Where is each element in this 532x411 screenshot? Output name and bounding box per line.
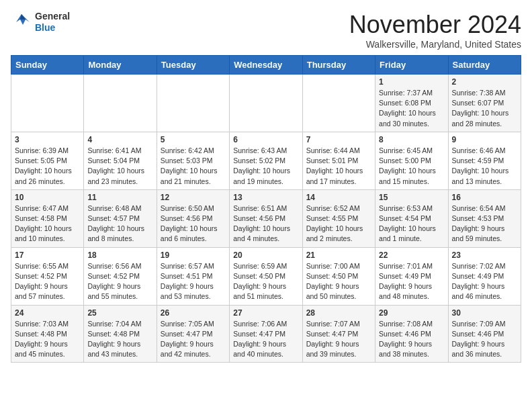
day-info: Sunrise: 7:38 AM Sunset: 6:07 PM Dayligh… [452, 88, 517, 129]
calendar-cell: 12Sunrise: 6:50 AM Sunset: 4:56 PM Dayli… [157, 189, 229, 247]
calendar-cell: 17Sunrise: 6:55 AM Sunset: 4:52 PM Dayli… [11, 247, 84, 305]
day-number: 28 [306, 308, 371, 318]
day-number: 13 [233, 193, 298, 202]
calendar-week-row: 3Sunrise: 6:39 AM Sunset: 5:05 PM Daylig… [11, 132, 521, 189]
day-info: Sunrise: 7:37 AM Sunset: 6:08 PM Dayligh… [379, 88, 444, 129]
day-info: Sunrise: 7:08 AM Sunset: 4:46 PM Dayligh… [379, 319, 444, 360]
day-number: 30 [452, 308, 517, 318]
day-info: Sunrise: 7:00 AM Sunset: 4:50 PM Dayligh… [306, 261, 371, 302]
day-number: 19 [161, 250, 226, 260]
column-header-thursday: Thursday [302, 56, 375, 75]
day-number: 6 [233, 135, 298, 144]
column-header-friday: Friday [375, 56, 448, 75]
column-header-monday: Monday [84, 56, 157, 75]
day-info: Sunrise: 7:05 AM Sunset: 4:47 PM Dayligh… [161, 319, 226, 360]
day-info: Sunrise: 6:53 AM Sunset: 4:54 PM Dayligh… [379, 203, 444, 244]
day-info: Sunrise: 7:09 AM Sunset: 4:46 PM Dayligh… [452, 319, 517, 360]
day-number: 22 [379, 250, 444, 260]
day-number: 20 [233, 250, 298, 260]
day-number: 9 [452, 135, 517, 144]
day-info: Sunrise: 6:48 AM Sunset: 4:57 PM Dayligh… [87, 203, 152, 244]
calendar-week-row: 10Sunrise: 6:47 AM Sunset: 4:58 PM Dayli… [11, 189, 521, 247]
day-number: 18 [87, 250, 152, 260]
calendar-cell: 30Sunrise: 7:09 AM Sunset: 4:46 PM Dayli… [448, 305, 521, 363]
calendar-table: SundayMondayTuesdayWednesdayThursdayFrid… [11, 55, 521, 363]
day-info: Sunrise: 7:06 AM Sunset: 4:47 PM Dayligh… [233, 319, 298, 360]
day-info: Sunrise: 7:02 AM Sunset: 4:49 PM Dayligh… [452, 261, 517, 302]
day-info: Sunrise: 6:59 AM Sunset: 4:50 PM Dayligh… [233, 261, 298, 302]
day-info: Sunrise: 6:55 AM Sunset: 4:52 PM Dayligh… [15, 261, 80, 302]
logo-bird-icon [11, 13, 32, 32]
day-number: 26 [161, 308, 226, 318]
calendar-cell [302, 75, 375, 132]
day-info: Sunrise: 6:52 AM Sunset: 4:55 PM Dayligh… [306, 203, 371, 244]
calendar-cell: 27Sunrise: 7:06 AM Sunset: 4:47 PM Dayli… [230, 305, 302, 363]
calendar-cell: 25Sunrise: 7:04 AM Sunset: 4:48 PM Dayli… [84, 305, 157, 363]
day-info: Sunrise: 7:04 AM Sunset: 4:48 PM Dayligh… [87, 319, 152, 360]
logo-text: General Blue [35, 11, 70, 34]
calendar-cell: 8Sunrise: 6:45 AM Sunset: 5:00 PM Daylig… [375, 132, 448, 189]
day-number: 15 [379, 193, 444, 202]
calendar-week-row: 24Sunrise: 7:03 AM Sunset: 4:48 PM Dayli… [11, 305, 521, 363]
calendar-cell: 13Sunrise: 6:51 AM Sunset: 4:56 PM Dayli… [230, 189, 302, 247]
day-number: 16 [452, 193, 517, 202]
page-header: General Blue November 2024 Walkersville,… [11, 11, 521, 50]
calendar-header-row: SundayMondayTuesdayWednesdayThursdayFrid… [11, 56, 521, 75]
calendar-cell: 16Sunrise: 6:54 AM Sunset: 4:53 PM Dayli… [448, 189, 521, 247]
day-info: Sunrise: 6:51 AM Sunset: 4:56 PM Dayligh… [233, 203, 298, 244]
calendar-week-row: 17Sunrise: 6:55 AM Sunset: 4:52 PM Dayli… [11, 247, 521, 305]
calendar-cell [84, 75, 157, 132]
calendar-cell: 11Sunrise: 6:48 AM Sunset: 4:57 PM Dayli… [84, 189, 157, 247]
day-number: 2 [452, 77, 517, 87]
day-info: Sunrise: 6:45 AM Sunset: 5:00 PM Dayligh… [379, 146, 444, 187]
day-number: 27 [233, 308, 298, 318]
calendar-cell: 10Sunrise: 6:47 AM Sunset: 4:58 PM Dayli… [11, 189, 84, 247]
calendar-cell [11, 75, 84, 132]
calendar-cell: 5Sunrise: 6:42 AM Sunset: 5:03 PM Daylig… [157, 132, 229, 189]
calendar-cell: 26Sunrise: 7:05 AM Sunset: 4:47 PM Dayli… [157, 305, 229, 363]
day-info: Sunrise: 6:41 AM Sunset: 5:04 PM Dayligh… [87, 146, 152, 187]
day-number: 1 [379, 77, 444, 87]
day-info: Sunrise: 6:54 AM Sunset: 4:53 PM Dayligh… [452, 203, 517, 244]
logo: General Blue [11, 11, 70, 34]
day-info: Sunrise: 6:50 AM Sunset: 4:56 PM Dayligh… [161, 203, 226, 244]
day-number: 24 [15, 308, 80, 318]
column-header-wednesday: Wednesday [230, 56, 302, 75]
day-number: 10 [15, 193, 80, 202]
day-info: Sunrise: 6:56 AM Sunset: 4:52 PM Dayligh… [87, 261, 152, 302]
day-number: 3 [15, 135, 80, 144]
calendar-cell: 9Sunrise: 6:46 AM Sunset: 4:59 PM Daylig… [448, 132, 521, 189]
calendar-cell: 28Sunrise: 7:07 AM Sunset: 4:47 PM Dayli… [302, 305, 375, 363]
day-info: Sunrise: 6:39 AM Sunset: 5:05 PM Dayligh… [15, 146, 80, 187]
calendar-cell: 20Sunrise: 6:59 AM Sunset: 4:50 PM Dayli… [230, 247, 302, 305]
day-number: 25 [87, 308, 152, 318]
calendar-cell: 21Sunrise: 7:00 AM Sunset: 4:50 PM Dayli… [302, 247, 375, 305]
calendar-cell: 6Sunrise: 6:43 AM Sunset: 5:02 PM Daylig… [230, 132, 302, 189]
day-number: 21 [306, 250, 371, 260]
calendar-cell: 15Sunrise: 6:53 AM Sunset: 4:54 PM Dayli… [375, 189, 448, 247]
location-subtitle: Walkersville, Maryland, United States [349, 39, 521, 50]
column-header-tuesday: Tuesday [157, 56, 229, 75]
day-info: Sunrise: 6:42 AM Sunset: 5:03 PM Dayligh… [161, 146, 226, 187]
day-number: 7 [306, 135, 371, 144]
calendar-cell: 7Sunrise: 6:44 AM Sunset: 5:01 PM Daylig… [302, 132, 375, 189]
day-info: Sunrise: 7:03 AM Sunset: 4:48 PM Dayligh… [15, 319, 80, 360]
calendar-cell: 3Sunrise: 6:39 AM Sunset: 5:05 PM Daylig… [11, 132, 84, 189]
calendar-cell: 18Sunrise: 6:56 AM Sunset: 4:52 PM Dayli… [84, 247, 157, 305]
calendar-cell: 14Sunrise: 6:52 AM Sunset: 4:55 PM Dayli… [302, 189, 375, 247]
calendar-cell: 23Sunrise: 7:02 AM Sunset: 4:49 PM Dayli… [448, 247, 521, 305]
day-info: Sunrise: 6:46 AM Sunset: 4:59 PM Dayligh… [452, 146, 517, 187]
calendar-cell: 22Sunrise: 7:01 AM Sunset: 4:49 PM Dayli… [375, 247, 448, 305]
day-number: 12 [161, 193, 226, 202]
column-header-sunday: Sunday [11, 56, 84, 75]
day-number: 23 [452, 250, 517, 260]
calendar-cell: 19Sunrise: 6:57 AM Sunset: 4:51 PM Dayli… [157, 247, 229, 305]
day-number: 14 [306, 193, 371, 202]
day-info: Sunrise: 6:47 AM Sunset: 4:58 PM Dayligh… [15, 203, 80, 244]
month-title: November 2024 [349, 11, 521, 39]
day-number: 29 [379, 308, 444, 318]
day-number: 17 [15, 250, 80, 260]
column-header-saturday: Saturday [448, 56, 521, 75]
day-number: 4 [87, 135, 152, 144]
calendar-cell [157, 75, 229, 132]
